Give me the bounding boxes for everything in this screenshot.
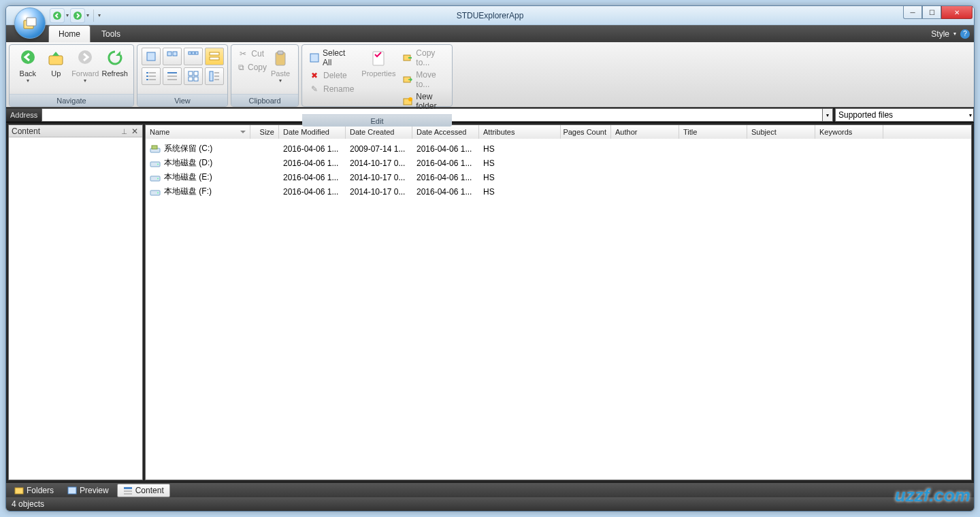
close-panel-icon[interactable]: ✕ [130, 127, 140, 136]
folders-icon [14, 486, 24, 495]
bottom-tab-bar: Folders Preview Content [6, 482, 974, 497]
table-row[interactable]: 本地磁盘 (F:)2016-04-06 1...2014-10-17 0...2… [146, 184, 971, 199]
col-author[interactable]: Author [611, 125, 679, 139]
properties-button: Properties [361, 48, 396, 78]
ribbon-tab-strip: Home Tools Style ▾ ? [6, 25, 974, 42]
new-folder-button[interactable]: New folder [400, 91, 448, 112]
svg-point-39 [408, 97, 412, 101]
svg-rect-30 [214, 76, 219, 77]
col-name[interactable]: Name [146, 125, 250, 139]
row-name: 本地磁盘 (E:) [164, 171, 212, 183]
view-large-icons-button[interactable] [142, 48, 161, 65]
list-rows: 系统保留 (C:)2016-04-06 1...2009-07-14 1...2… [146, 139, 971, 199]
col-subject[interactable]: Subject [747, 125, 815, 139]
delete-button: ✖Delete [306, 69, 357, 82]
svg-rect-35 [373, 52, 384, 65]
style-label: Style [931, 29, 949, 39]
svg-rect-14 [210, 57, 219, 60]
table-row[interactable]: 本地磁盘 (D:)2016-04-06 1...2014-10-17 0...2… [146, 156, 971, 170]
bottom-tab-folders[interactable]: Folders [9, 484, 59, 497]
bottom-tab-content[interactable]: Content [117, 484, 170, 497]
view-content-button[interactable] [205, 67, 224, 85]
drive-icon [150, 159, 161, 168]
col-created[interactable]: Date Created [346, 125, 412, 139]
app-menu-orb[interactable] [14, 7, 46, 39]
table-row[interactable]: 本地磁盘 (E:)2016-04-06 1...2014-10-17 0...2… [146, 170, 971, 184]
col-title[interactable]: Title [679, 125, 747, 139]
side-panel-title: Content [12, 127, 40, 136]
col-size[interactable]: Size [250, 125, 279, 139]
svg-rect-18 [149, 76, 156, 77]
row-attributes: HS [479, 187, 561, 197]
rename-button: ✎Rename [306, 83, 357, 95]
qat-back-button[interactable] [50, 8, 65, 23]
pin-icon[interactable]: ⟂ [119, 127, 129, 136]
ribbon: Back ▾ Up Forward ▾ Refresh Navigate [6, 42, 974, 107]
row-created: 2014-10-17 0... [346, 187, 412, 197]
help-icon[interactable]: ? [960, 29, 970, 39]
svg-rect-25 [194, 71, 198, 76]
svg-point-6 [78, 50, 92, 64]
quick-access-toolbar: ▾ ▾ ▾ [50, 8, 101, 23]
row-created: 2014-10-17 0... [346, 173, 412, 182]
svg-rect-34 [310, 54, 318, 62]
up-button[interactable]: Up [42, 48, 71, 78]
tab-tools[interactable]: Tools [92, 26, 130, 42]
svg-rect-31 [214, 79, 219, 80]
drive-icon [150, 187, 161, 197]
view-details-button[interactable] [163, 67, 182, 85]
refresh-button[interactable]: Refresh [100, 48, 129, 78]
style-menu[interactable]: Style ▾ ? [931, 25, 970, 42]
col-accessed[interactable]: Date Accessed [412, 125, 479, 139]
col-modified[interactable]: Date Modified [279, 125, 346, 139]
svg-rect-19 [146, 79, 148, 80]
svg-point-2 [53, 12, 61, 20]
refresh-icon [105, 49, 125, 68]
table-row[interactable]: 系统保留 (C:)2016-04-06 1...2009-07-14 1...2… [146, 141, 971, 156]
close-button[interactable]: ✕ [941, 6, 973, 19]
row-name: 本地磁盘 (F:) [164, 186, 212, 197]
view-tiles-button[interactable] [205, 48, 224, 65]
svg-rect-52 [124, 493, 132, 495]
chevron-down-icon: ▾ [84, 79, 86, 83]
view-medium-icons-button[interactable] [163, 48, 182, 65]
group-label: View [137, 94, 227, 106]
tab-home[interactable]: Home [48, 25, 91, 42]
row-attributes: HS [479, 144, 561, 154]
qat-forward-button[interactable] [70, 8, 85, 23]
copy-to-icon [403, 52, 412, 63]
forward-arrow-icon [76, 49, 95, 68]
back-button[interactable]: Back ▾ [14, 48, 42, 83]
preview-icon [67, 486, 77, 495]
svg-rect-51 [124, 490, 132, 492]
copy-icon: ⧉ [238, 62, 244, 73]
chevron-down-icon: ▾ [953, 31, 956, 37]
filter-dropdown[interactable]: Supported files ▾ [835, 108, 974, 122]
chevron-down-icon: ▾ [27, 79, 29, 83]
up-folder-icon [46, 49, 65, 68]
title-bar: ▾ ▾ ▾ STDUExplorerApp ─ ☐ ✕ [6, 6, 974, 25]
move-to-icon [403, 74, 412, 85]
main-area: Content ⟂ ✕ Name Size Date Modified Date… [6, 122, 974, 482]
row-created: 2014-10-17 0... [346, 159, 412, 168]
row-accessed: 2016-04-06 1... [412, 144, 479, 154]
svg-rect-17 [146, 76, 148, 77]
paste-button: Paste ▾ [267, 48, 294, 83]
window-controls: ─ ☐ ✕ [903, 6, 973, 19]
address-dropdown-button[interactable]: ▾ [822, 108, 833, 122]
select-all-button[interactable]: Select All [306, 48, 357, 68]
col-attributes[interactable]: Attributes [479, 125, 561, 139]
view-thumbnails-button[interactable] [184, 67, 203, 85]
bottom-tab-preview[interactable]: Preview [62, 484, 114, 497]
new-folder-icon [403, 96, 412, 107]
app-title: STDUExplorerApp [6, 11, 974, 20]
col-pages[interactable]: Pages Count [561, 125, 611, 139]
col-keywords[interactable]: Keywords [815, 125, 883, 139]
delete-icon: ✖ [309, 70, 320, 81]
minimize-button[interactable]: ─ [903, 6, 922, 19]
maximize-button[interactable]: ☐ [922, 6, 941, 19]
group-clipboard: ✂Cut ⧉Copy Paste ▾ Clipboard [231, 44, 299, 107]
view-list-button[interactable] [142, 67, 161, 85]
chevron-down-icon: ▾ [969, 112, 972, 118]
view-small-icons-button[interactable] [184, 48, 203, 65]
